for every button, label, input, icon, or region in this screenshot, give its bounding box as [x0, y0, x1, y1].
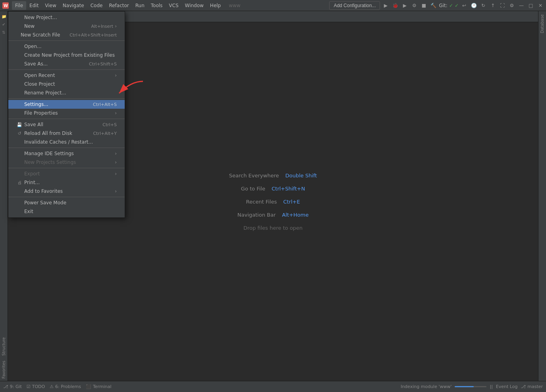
problems-label: 6: Problems: [55, 384, 81, 389]
hint-search-label: Search Everywhere: [229, 173, 279, 179]
menu-file-properties[interactable]: File Properties ›: [8, 109, 125, 117]
status-todo[interactable]: ☑ TODO: [27, 384, 45, 389]
sidebar-project-icon[interactable]: 📁: [0, 13, 8, 20]
menu-manage-ide[interactable]: Manage IDE Settings ›: [8, 149, 125, 158]
menu-help[interactable]: Help: [207, 1, 224, 10]
menu-code[interactable]: Code: [87, 1, 106, 10]
menu-open[interactable]: Open...: [8, 42, 125, 51]
menubar-right: Add Configuration... ▶ 🐞 ▶ ⚙ ■ 🔨 Git: ✓ …: [329, 1, 544, 10]
menu-new-scratch[interactable]: New Scratch File Ctrl+Alt+Shift+Insert: [8, 31, 125, 39]
menu-open-label: Open...: [24, 44, 117, 49]
settings-toolbar-icon[interactable]: ⚙: [508, 2, 516, 10]
menu-save-all[interactable]: 💾 Save All Ctrl+S: [8, 120, 125, 129]
maximize-icon[interactable]: □: [527, 2, 535, 10]
indexing-progress-bar: [455, 386, 486, 387]
menu-navigate[interactable]: Navigate: [60, 1, 87, 10]
sidebar-commit-icon[interactable]: ✔: [0, 21, 8, 28]
sidebar-pullrequest-icon[interactable]: ⇅: [0, 29, 8, 36]
menu-new-projects-settings[interactable]: New Projects Settings ›: [8, 158, 125, 167]
favorites-arrow: ›: [115, 188, 117, 194]
run-coverage-icon[interactable]: ▶: [401, 2, 409, 10]
separator-5: [8, 148, 125, 148]
stop-icon[interactable]: ■: [420, 2, 428, 10]
file-menu-dropdown: New Project... New Alt+Insert › New Scra…: [8, 11, 125, 218]
branch-label: master: [527, 384, 543, 389]
git-status: Git: ✓ ✓: [439, 3, 459, 8]
hint-goto-label: Go to File: [241, 186, 265, 192]
revert-icon[interactable]: ↩: [460, 2, 468, 10]
branch-icon: ⎇: [521, 384, 526, 389]
menu-create-existing-label: Create New Project from Existing Files: [24, 52, 117, 58]
update-icon[interactable]: ↻: [479, 2, 487, 10]
hint-recent-files: Recent Files Ctrl+E: [246, 199, 300, 205]
add-configuration-button[interactable]: Add Configuration...: [329, 1, 380, 10]
project-name: www: [229, 3, 240, 8]
menu-print-label: Print...: [24, 180, 117, 185]
run-icon[interactable]: ▶: [382, 2, 390, 10]
menu-save-as[interactable]: Save As... Ctrl+Shift+S: [8, 60, 125, 68]
hint-search-shortcut: Double Shift: [285, 173, 317, 179]
menu-edit[interactable]: Edit: [26, 1, 42, 10]
menu-create-from-existing[interactable]: Create New Project from Existing Files: [8, 51, 125, 60]
menu-save-all-label: Save All: [24, 122, 93, 127]
menu-export[interactable]: Export ›: [8, 169, 125, 178]
problems-icon: ⚠: [50, 384, 54, 389]
menu-settings[interactable]: Settings... Ctrl+Alt+S: [8, 100, 125, 109]
menu-print[interactable]: 🖨 Print...: [8, 178, 125, 187]
progress-bar-fill: [455, 386, 474, 387]
attach-profiler-icon[interactable]: ⚙: [410, 2, 418, 10]
save-all-icon: 💾: [16, 122, 23, 127]
menu-new-shortcut: Alt+Insert: [91, 24, 114, 29]
statusbar-right: Indexing module 'www' || Event Log ⎇ mas…: [401, 384, 543, 389]
status-terminal[interactable]: ⬛ Terminal: [86, 384, 112, 389]
close-icon[interactable]: ✕: [536, 2, 544, 10]
menu-exit[interactable]: Exit: [8, 207, 125, 216]
git-label: Git:: [439, 3, 447, 8]
separator-2: [8, 69, 125, 70]
push-icon[interactable]: ↑: [489, 2, 497, 10]
structure-label[interactable]: Structure: [1, 335, 7, 358]
menu-new-project[interactable]: New Project...: [8, 13, 125, 22]
database-sidebar-label[interactable]: Database: [539, 11, 545, 37]
svg-text:W: W: [4, 4, 8, 8]
menu-vcs[interactable]: VCS: [166, 1, 181, 10]
expand-icon[interactable]: ⛶: [498, 2, 506, 10]
menu-rename-project[interactable]: Rename Project...: [8, 88, 125, 97]
status-git[interactable]: ⎇ 9: Git: [3, 384, 22, 389]
menu-close-label: Close Project: [24, 81, 117, 87]
favorites-sidebar-label[interactable]: Favorites: [1, 358, 7, 381]
menu-new[interactable]: New Alt+Insert ›: [8, 22, 125, 31]
menu-view[interactable]: View: [42, 1, 59, 10]
build-icon[interactable]: 🔨: [429, 2, 437, 10]
hint-navigation-bar: Navigation Bar Alt+Home: [237, 212, 309, 218]
menu-invalidate-caches[interactable]: Invalidate Caches / Restart...: [8, 138, 125, 146]
menu-file[interactable]: File: [12, 1, 26, 10]
new-arrow-icon: ›: [115, 23, 117, 29]
hint-goto-file: Go to File Ctrl+Shift+N: [241, 186, 305, 192]
file-props-arrow: ›: [115, 110, 117, 116]
menu-window[interactable]: Window: [182, 1, 207, 10]
vcs-history-icon[interactable]: 🕐: [470, 2, 478, 10]
menu-tools[interactable]: Tools: [148, 1, 166, 10]
menu-refactor[interactable]: Refactor: [106, 1, 132, 10]
terminal-icon: ⬛: [86, 384, 91, 389]
minimize-icon[interactable]: —: [517, 2, 525, 10]
menu-exit-label: Exit: [24, 209, 117, 214]
debug-icon[interactable]: 🐞: [391, 2, 399, 10]
menu-power-save[interactable]: Power Save Mode: [8, 198, 125, 207]
menu-close-project[interactable]: Close Project: [8, 80, 125, 88]
menu-new-project-label: New Project...: [24, 15, 117, 20]
drop-files-text: Drop files here to open: [243, 225, 303, 231]
menu-run[interactable]: Run: [132, 1, 148, 10]
menu-add-favorites[interactable]: Add to Favorites ›: [8, 187, 125, 196]
status-branch[interactable]: ⎇ master: [521, 384, 543, 389]
new-projects-arrow: ›: [115, 159, 117, 165]
menu-open-recent[interactable]: Open Recent ›: [8, 71, 125, 80]
menu-file-props-label: File Properties: [24, 110, 113, 116]
menubar: W File Edit View Navigate Code Refactor …: [0, 0, 546, 11]
menu-scratch-label: New Scratch File: [21, 32, 60, 38]
menu-reload-all[interactable]: ↺ Reload All from Disk Ctrl+Alt+Y: [8, 129, 125, 138]
hint-search-everywhere: Search Everywhere Double Shift: [229, 173, 317, 179]
status-event-log[interactable]: Event Log: [496, 384, 518, 389]
status-problems[interactable]: ⚠ 6: Problems: [50, 384, 81, 389]
